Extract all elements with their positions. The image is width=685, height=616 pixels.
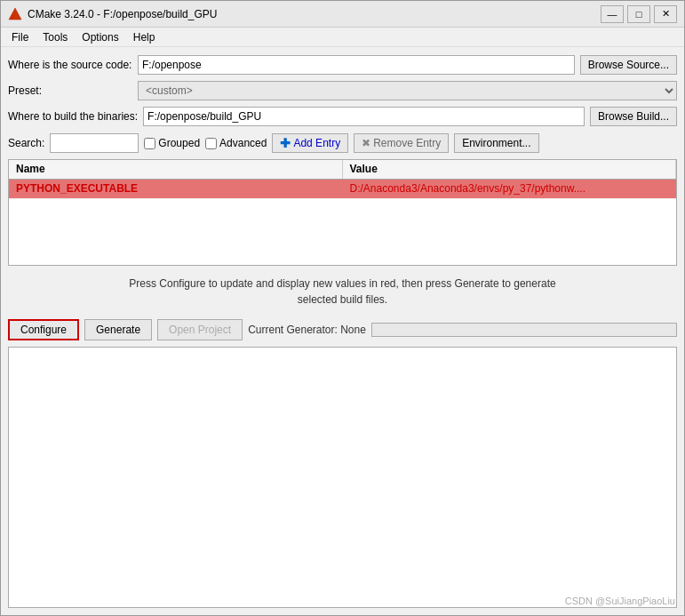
remove-entry-button[interactable]: ✖ Remove Entry xyxy=(354,133,449,153)
remove-x-icon: ✖ xyxy=(362,137,370,149)
output-area[interactable] xyxy=(8,347,677,608)
build-label: Where to build the binaries: xyxy=(8,110,138,123)
source-input[interactable] xyxy=(138,55,575,75)
table-body: PYTHON_EXECUTABLE D:/Anaconda3/Anaconda3… xyxy=(9,180,676,265)
bottom-toolbar: Configure Generate Open Project Current … xyxy=(8,317,677,342)
open-project-button[interactable]: Open Project xyxy=(157,319,243,340)
build-row: Where to build the binaries: Browse Buil… xyxy=(8,106,677,127)
preset-select-wrapper: <custom> xyxy=(138,81,677,100)
app-icon xyxy=(8,7,22,21)
advanced-checkbox-label[interactable]: Advanced xyxy=(205,137,267,149)
preset-row: Preset: <custom> xyxy=(8,80,677,101)
table-row[interactable]: PYTHON_EXECUTABLE D:/Anaconda3/Anaconda3… xyxy=(9,180,676,199)
svg-marker-0 xyxy=(9,8,21,20)
menu-file[interactable]: File xyxy=(4,29,36,45)
grouped-checkbox-label[interactable]: Grouped xyxy=(144,137,200,149)
menu-options[interactable]: Options xyxy=(75,29,125,45)
minimize-button[interactable]: — xyxy=(601,5,624,23)
browse-build-button[interactable]: Browse Build... xyxy=(590,107,677,126)
menu-help[interactable]: Help xyxy=(126,29,163,45)
maximize-button[interactable]: □ xyxy=(627,5,650,23)
configure-button[interactable]: Configure xyxy=(8,319,79,340)
source-row: Where is the source code: Browse Source.… xyxy=(8,54,677,76)
generate-button[interactable]: Generate xyxy=(84,319,152,340)
menu-bar: File Tools Options Help xyxy=(1,28,684,47)
add-entry-label: Add Entry xyxy=(293,137,340,149)
generator-label: Current Generator: None xyxy=(248,324,366,336)
header-name: Name xyxy=(9,160,343,179)
search-label: Search: xyxy=(8,137,44,149)
remove-entry-label: Remove Entry xyxy=(373,137,441,149)
window-title: CMake 3.24.0 - F:/openpose/build_GPU xyxy=(28,8,601,20)
advanced-label: Advanced xyxy=(219,137,267,149)
advanced-checkbox[interactable] xyxy=(205,138,217,149)
menu-tools[interactable]: Tools xyxy=(36,29,75,45)
add-plus-icon: ✚ xyxy=(280,136,291,150)
grouped-label: Grouped xyxy=(158,137,200,149)
entries-table: Name Value PYTHON_EXECUTABLE D:/Anaconda… xyxy=(8,159,677,266)
environment-button[interactable]: Environment... xyxy=(454,133,538,153)
cell-value: D:/Anaconda3/Anaconda3/envs/py_37/python… xyxy=(343,180,677,198)
cell-name: PYTHON_EXECUTABLE xyxy=(9,180,343,198)
title-bar: CMake 3.24.0 - F:/openpose/build_GPU — □… xyxy=(1,1,684,28)
watermark: CSDN @SuiJiangPiaoLiu xyxy=(565,596,675,606)
table-header: Name Value xyxy=(9,160,676,180)
header-value: Value xyxy=(343,160,677,179)
preset-select[interactable]: <custom> xyxy=(138,81,677,100)
preset-label: Preset: xyxy=(8,84,132,97)
search-input[interactable] xyxy=(50,133,139,153)
toolbar-row: Search: Grouped Advanced ✚ Add Entry ✖ R… xyxy=(8,132,677,155)
close-button[interactable]: ✕ xyxy=(654,5,677,23)
main-window: CMake 3.24.0 - F:/openpose/build_GPU — □… xyxy=(0,0,685,616)
grouped-checkbox[interactable] xyxy=(144,138,155,149)
content-area: Where is the source code: Browse Source.… xyxy=(1,47,684,615)
add-entry-button[interactable]: ✚ Add Entry xyxy=(272,133,348,153)
status-text: Press Configure to update and display ne… xyxy=(8,270,677,313)
progress-bar xyxy=(371,323,677,337)
window-content: Where is the source code: Browse Source.… xyxy=(1,47,684,615)
build-input[interactable] xyxy=(143,107,585,126)
window-controls: — □ ✕ xyxy=(601,5,677,23)
browse-source-button[interactable]: Browse Source... xyxy=(580,55,677,75)
source-label: Where is the source code: xyxy=(8,59,132,71)
